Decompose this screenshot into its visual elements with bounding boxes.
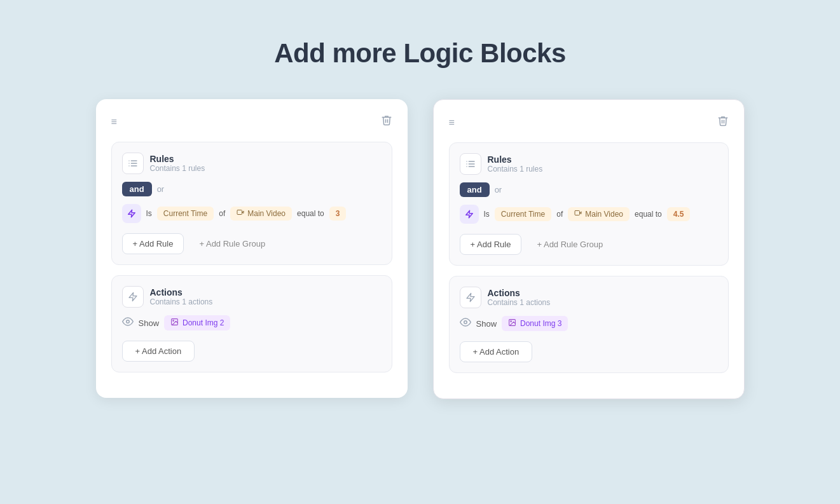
image-icon-2	[508, 318, 516, 329]
video-icon-2	[574, 210, 582, 219]
eye-icon	[122, 316, 134, 330]
drag-handle-icon[interactable]: ≡	[111, 116, 118, 128]
equal-to-label: equal to	[297, 209, 324, 218]
svg-marker-6	[128, 210, 135, 217]
add-rule-button[interactable]: + Add Rule	[122, 233, 184, 254]
current-time-tag-2[interactable]: Current Time	[495, 207, 551, 221]
add-rule-button-2[interactable]: + Add Rule	[460, 234, 522, 255]
logic-card-2: ≡	[433, 99, 745, 399]
card-2-header: ≡	[449, 115, 729, 130]
svg-point-23	[464, 321, 467, 324]
card-1-action-row: Show Donut Img 2	[122, 315, 382, 330]
rule-value[interactable]: 3	[329, 207, 347, 221]
show-label-2: Show	[476, 319, 497, 329]
rules-subtitle: Contains 1 rules	[150, 164, 205, 173]
and-or-row: and or	[122, 182, 382, 196]
card-2-actions-header: Actions Contains 1 actions	[460, 287, 718, 308]
svg-point-10	[126, 320, 129, 324]
rules-subtitle-2: Contains 1 rules	[488, 165, 543, 174]
svg-marker-22	[467, 293, 474, 301]
svg-marker-19	[465, 210, 472, 218]
actions-title-2: Actions	[488, 288, 551, 298]
card-1-rules-section: Rules Contains 1 rules and or Is Current…	[111, 142, 392, 265]
card-1-rules-header: Rules Contains 1 rules	[122, 153, 382, 174]
eye-icon-2	[460, 317, 471, 330]
svg-rect-7	[237, 210, 242, 215]
add-action-button-2[interactable]: + Add Action	[460, 341, 533, 362]
actions-icon-box	[122, 286, 144, 308]
or-button-2[interactable]: or	[495, 185, 502, 194]
actions-icon-box-2	[460, 287, 481, 308]
svg-rect-20	[575, 211, 580, 215]
image-icon	[170, 318, 179, 328]
and-button[interactable]: and	[122, 182, 152, 196]
card-1-rule-row: Is Current Time of Main Video equal to 3	[122, 204, 382, 223]
main-video-tag-2[interactable]: Main Video	[568, 207, 630, 221]
card-2-action-row: Show Donut Img 3	[460, 316, 718, 331]
rules-icon-box-2	[460, 153, 481, 175]
and-or-row-2: and or	[460, 182, 718, 197]
actions-subtitle: Contains 1 actions	[150, 297, 213, 306]
delete-icon[interactable]	[381, 114, 392, 129]
add-rule-row-2: + Add Rule + Add Rule Group	[460, 234, 718, 255]
cards-container: ≡	[96, 99, 745, 399]
card-1-actions-info: Actions Contains 1 actions	[150, 287, 213, 306]
card-1-header: ≡	[111, 114, 392, 129]
card-1-actions-header: Actions Contains 1 actions	[122, 286, 382, 308]
or-button[interactable]: or	[157, 184, 165, 194]
equal-to-label-2: equal to	[635, 210, 662, 219]
is-label-2: Is	[484, 210, 490, 219]
current-time-tag[interactable]: Current Time	[157, 207, 214, 221]
add-rule-group-button-2[interactable]: + Add Rule Group	[537, 240, 603, 249]
card-2-rules-section: Rules Contains 1 rules and or Is Current…	[449, 142, 729, 266]
page-title: Add more Logic Blocks	[274, 38, 566, 69]
and-button-2[interactable]: and	[460, 182, 490, 197]
svg-point-25	[511, 321, 512, 322]
add-rule-row: + Add Rule + Add Rule Group	[122, 233, 382, 254]
main-video-tag[interactable]: Main Video	[230, 207, 292, 221]
is-label: Is	[146, 209, 152, 218]
rules-icon-box	[122, 153, 144, 174]
drag-handle-icon-2[interactable]: ≡	[449, 117, 456, 128]
card-2-rule-row: Is Current Time of Main Video equal to 4…	[460, 205, 718, 224]
delete-icon-2[interactable]	[717, 115, 729, 130]
of-label: of	[219, 209, 225, 218]
card-2-actions-section: Actions Contains 1 actions Show	[449, 276, 729, 373]
rules-title: Rules	[150, 154, 205, 164]
logic-card-1: ≡	[96, 99, 408, 398]
svg-marker-9	[129, 292, 137, 301]
card-1-actions-section: Actions Contains 1 actions Show	[111, 275, 392, 372]
card-2-actions-info: Actions Contains 1 actions	[488, 288, 551, 307]
rule-lightning-icon	[122, 204, 141, 223]
actions-title: Actions	[150, 287, 213, 297]
action-item-tag[interactable]: Donut Img 2	[164, 315, 230, 330]
add-action-button-1[interactable]: + Add Action	[122, 341, 195, 362]
rule-lightning-icon-2	[460, 205, 479, 224]
rule-value-2[interactable]: 4.5	[667, 207, 691, 221]
actions-subtitle-2: Contains 1 actions	[488, 298, 551, 307]
show-label: Show	[139, 318, 160, 328]
card-2-rules-info: Rules Contains 1 rules	[488, 154, 543, 174]
video-icon	[237, 209, 244, 218]
svg-point-12	[173, 320, 174, 322]
action-item-tag-2[interactable]: Donut Img 3	[502, 316, 568, 331]
of-label-2: of	[556, 210, 563, 219]
rules-title-2: Rules	[488, 154, 543, 165]
card-1-rules-info: Rules Contains 1 rules	[150, 154, 205, 173]
add-rule-group-button[interactable]: + Add Rule Group	[199, 239, 265, 249]
card-2-rules-header: Rules Contains 1 rules	[460, 153, 718, 175]
